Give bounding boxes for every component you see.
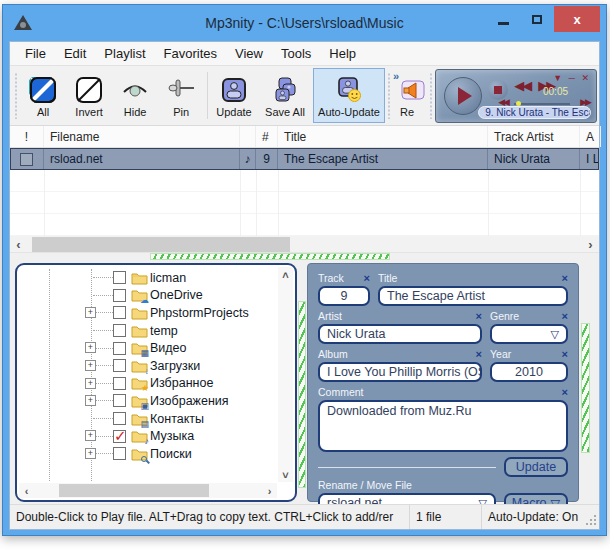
scroll-up-icon[interactable]: ˄ (278, 267, 293, 282)
tree-item-pictures[interactable]: + ▣ Изображения (21, 392, 276, 410)
tag-update-button[interactable]: Update (504, 457, 568, 477)
clear-title-icon[interactable]: × (562, 273, 568, 283)
folder-tree: licman ☁ OneDrive + (21, 269, 276, 481)
tree-checkbox[interactable] (113, 289, 126, 302)
play-button[interactable] (444, 77, 482, 115)
tree-item-contacts[interactable]: ▤ Контакты (21, 410, 276, 428)
track-input[interactable]: 9 (318, 286, 370, 306)
toolbar-overflow-chevron[interactable]: » (393, 70, 398, 82)
clear-artist-icon[interactable]: × (476, 311, 482, 321)
scroll-right-icon[interactable]: › (262, 483, 277, 498)
invert-selection-button[interactable]: Invert (66, 68, 112, 123)
clear-genre-icon[interactable]: × (562, 311, 568, 321)
column-title[interactable]: Title (278, 126, 488, 147)
update-button[interactable]: Update (211, 68, 257, 123)
toolbar-gripper-3[interactable] (429, 72, 433, 119)
tree-hscrollbar[interactable]: ‹ › (19, 483, 277, 498)
empty-rows (10, 170, 599, 236)
auto-update-button[interactable]: Auto-Update (313, 68, 385, 123)
column-filename[interactable]: Filename (44, 126, 240, 147)
comment-input[interactable]: Downloaded from Muz.Ru (318, 400, 568, 452)
title-bar[interactable]: Mp3nity - C:\Users\rsload\Music x (9, 5, 600, 41)
tree-checkbox[interactable] (113, 447, 126, 460)
expand-icon[interactable]: + (85, 430, 96, 441)
scroll-down-icon[interactable]: ˅ (278, 467, 293, 482)
player-mini-controls[interactable]: ▼ ─ ✕ (553, 73, 591, 83)
column-note[interactable] (240, 126, 256, 147)
tree-item-downloads[interactable]: + ↓ Загрузки (21, 357, 276, 375)
expand-icon[interactable]: + (85, 360, 96, 371)
vertical-splitter-handle[interactable] (298, 301, 306, 488)
tree-vscrollbar[interactable]: ˄ ˅ (278, 267, 293, 482)
seek-handle[interactable] (516, 101, 521, 106)
tree-item-searches[interactable]: + Поиски (21, 445, 276, 463)
tree-item-onedrive[interactable]: ☁ OneDrive (21, 287, 276, 305)
tree-checkbox-checked[interactable] (113, 430, 126, 443)
minimize-button[interactable] (486, 6, 520, 32)
tree-checkbox[interactable] (113, 359, 126, 372)
menu-help[interactable]: Help (320, 43, 365, 64)
menu-edit[interactable]: Edit (55, 43, 95, 64)
scroll-left-icon[interactable]: ‹ (19, 483, 34, 498)
clear-comment-icon[interactable]: × (562, 387, 568, 397)
tree-checkbox[interactable] (113, 271, 126, 284)
table-hscroll-thumb[interactable] (32, 237, 290, 252)
album-input[interactable]: I Love You Phillip Morris (OST (318, 362, 482, 382)
column-number[interactable]: # (256, 126, 278, 147)
folder-icon (131, 306, 150, 320)
year-input[interactable]: 2010 (490, 362, 568, 382)
tree-item-temp[interactable]: temp (21, 322, 276, 340)
menu-view[interactable]: View (226, 43, 272, 64)
tree-checkbox[interactable] (113, 377, 126, 390)
table-hscrollbar[interactable]: ‹ › (10, 236, 599, 253)
menu-favorites[interactable]: Favorites (155, 43, 226, 64)
tree-checkbox[interactable] (113, 306, 126, 319)
maximize-button[interactable] (520, 6, 554, 32)
resize-grip-icon[interactable] (585, 505, 599, 529)
pin-button[interactable]: Pin (158, 68, 204, 123)
clear-album-icon[interactable]: × (476, 349, 482, 359)
scroll-left-icon[interactable]: ‹ (10, 236, 27, 253)
tree-item-phpstormprojects[interactable]: + PhpstormProjects (21, 304, 276, 322)
row-checkbox[interactable] (20, 153, 33, 166)
clear-year-icon[interactable]: × (562, 349, 568, 359)
hide-button[interactable]: Hide (112, 68, 158, 123)
column-album[interactable]: A (580, 126, 601, 147)
tree-item-favorites[interactable]: + ★ Избранное (21, 375, 276, 393)
previous-track-button[interactable]: ◀◀ (514, 78, 530, 93)
column-flag[interactable]: ! (10, 126, 44, 147)
tree-checkbox[interactable] (113, 342, 126, 355)
genre-dropdown[interactable]: ▽ (490, 324, 568, 344)
tree-hscroll-thumb[interactable] (59, 484, 209, 497)
tree-item-music[interactable]: + ♪ Музыка (21, 427, 276, 445)
scroll-right-icon[interactable]: › (582, 236, 599, 253)
table-row[interactable]: rsload.net ♪ 9 The Escape Artist Nick Ur… (10, 148, 599, 170)
expand-icon[interactable]: + (85, 378, 96, 389)
expand-icon[interactable]: + (85, 448, 96, 459)
clear-track-icon[interactable]: × (364, 273, 370, 283)
tree-checkbox[interactable] (113, 394, 126, 407)
expand-icon[interactable]: + (85, 307, 96, 318)
tree-item-video[interactable]: + ▦ Видео (21, 339, 276, 357)
horizontal-splitter-handle[interactable] (150, 253, 390, 260)
menu-playlist[interactable]: Playlist (95, 43, 154, 64)
tree-checkbox[interactable] (113, 324, 126, 337)
seek-bar[interactable] (514, 103, 570, 105)
save-all-button[interactable]: Save All (257, 68, 313, 123)
select-all-button[interactable]: All (20, 68, 66, 123)
tree-checkbox[interactable] (113, 412, 126, 425)
expand-icon[interactable]: + (85, 395, 96, 406)
right-splitter-handle[interactable] (581, 323, 590, 453)
folder-download-icon: ↓ (131, 359, 150, 373)
toolbar-separator (207, 72, 208, 119)
menu-tools[interactable]: Tools (272, 43, 320, 64)
artist-input[interactable]: Nick Urata (318, 324, 482, 344)
title-input[interactable]: The Escape Artist (378, 286, 568, 306)
menu-file[interactable]: File (16, 43, 55, 64)
close-button[interactable]: x (554, 6, 600, 32)
column-track-artist[interactable]: Track Artist (488, 126, 580, 147)
toolbar-gripper-2[interactable] (387, 72, 391, 119)
tree-item-licman[interactable]: licman (21, 269, 276, 287)
expand-icon[interactable]: + (85, 342, 96, 353)
toolbar-gripper[interactable] (14, 72, 18, 119)
